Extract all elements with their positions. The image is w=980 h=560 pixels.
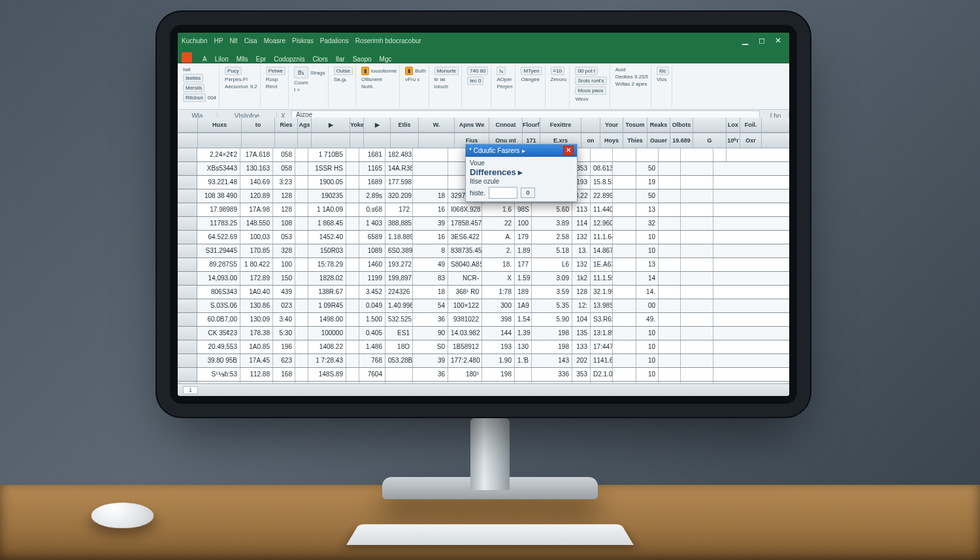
- cell[interactable]: 328: [273, 244, 295, 257]
- cell[interactable]: [659, 327, 681, 340]
- highlight-icon[interactable]: ▮: [361, 67, 369, 75]
- cell[interactable]: 1 403: [359, 217, 385, 230]
- title-tab[interactable]: Kuchubn: [182, 37, 207, 44]
- cell[interactable]: [613, 313, 636, 326]
- cell[interactable]: [613, 286, 636, 299]
- dialog-ok-button[interactable]: 0: [521, 188, 535, 198]
- cell[interactable]: 16: [413, 203, 448, 216]
- cell[interactable]: [659, 231, 681, 244]
- cell[interactable]: 12:: [572, 299, 591, 312]
- cell[interactable]: 5:30: [273, 327, 295, 340]
- cell[interactable]: [613, 244, 636, 257]
- cell[interactable]: 89.287S5: [197, 258, 240, 271]
- cell[interactable]: 17A.45: [240, 354, 273, 367]
- cell[interactable]: 1 710B5: [308, 148, 346, 161]
- cell[interactable]: [413, 162, 448, 175]
- col-header[interactable]: Flourfit: [523, 118, 540, 132]
- table-row[interactable]: 20.49,5531A0.851961408.221.48618O 2234S0…: [178, 340, 789, 354]
- cell[interactable]: 32.1.95: [591, 286, 613, 299]
- cell[interactable]: [613, 148, 636, 161]
- cell[interactable]: 193.272: [385, 258, 413, 271]
- cell[interactable]: [613, 340, 636, 354]
- cell[interactable]: 10: [636, 231, 659, 244]
- col-subheader[interactable]: Hoys: [600, 133, 623, 148]
- ribtab[interactable]: Mlls: [237, 56, 248, 63]
- cell[interactable]: 150R03: [308, 244, 346, 257]
- col-header[interactable]: Etlis: [391, 118, 419, 132]
- cell[interactable]: [613, 327, 636, 340]
- cell[interactable]: 15.8.5S: [591, 176, 613, 189]
- cell[interactable]: 168: [273, 368, 295, 381]
- cell[interactable]: [308, 382, 346, 383]
- cell[interactable]: [346, 203, 359, 216]
- cell[interactable]: 18: [413, 286, 448, 299]
- cell[interactable]: [346, 382, 359, 383]
- cell[interactable]: 00: [636, 299, 659, 312]
- cell[interactable]: [448, 382, 482, 383]
- col-header[interactable]: Olbots: [670, 118, 693, 132]
- cell[interactable]: 1.486: [359, 340, 385, 354]
- col-subheader[interactable]: Oauer: [647, 133, 670, 148]
- col-subheader[interactable]: [350, 133, 364, 148]
- cell[interactable]: [346, 327, 359, 340]
- cell[interactable]: 08.613: [591, 162, 613, 175]
- cell[interactable]: 0.405: [359, 327, 385, 340]
- cell[interactable]: 2.: [482, 244, 515, 257]
- cell[interactable]: 2.89s: [359, 189, 385, 203]
- cell[interactable]: 388,885: [385, 217, 413, 230]
- cell[interactable]: [295, 272, 308, 285]
- cell[interactable]: 100000: [308, 327, 346, 340]
- cell[interactable]: [346, 176, 359, 189]
- cell[interactable]: 14: [636, 272, 659, 285]
- cell[interactable]: 10: [636, 244, 659, 257]
- cell[interactable]: 300: [482, 299, 515, 312]
- cell[interactable]: 1 1A0.09: [308, 203, 346, 216]
- cell[interactable]: [482, 382, 515, 383]
- cell[interactable]: [613, 354, 636, 367]
- cell[interactable]: 1SSR HS: [308, 162, 346, 175]
- cell[interactable]: [659, 313, 681, 326]
- cell[interactable]: [346, 272, 359, 285]
- chevron-right-icon[interactable]: ▸: [522, 147, 525, 154]
- col-subheader[interactable]: [242, 133, 275, 148]
- cell[interactable]: 17858.457: [448, 217, 482, 230]
- cell[interactable]: 54: [413, 299, 448, 312]
- cell[interactable]: 1.40.996: [385, 299, 413, 312]
- cell[interactable]: 90: [413, 327, 448, 340]
- cell[interactable]: [659, 382, 681, 383]
- cell[interactable]: [613, 368, 636, 381]
- cell[interactable]: 113: [572, 203, 591, 216]
- col-header[interactable]: Ags: [298, 118, 312, 132]
- cell[interactable]: 398: [482, 313, 515, 326]
- cell[interactable]: [613, 162, 636, 175]
- cell[interactable]: 1 09R45: [308, 299, 346, 312]
- cell[interactable]: 18: [413, 189, 448, 203]
- cell[interactable]: 36: [413, 368, 448, 381]
- cell[interactable]: [346, 231, 359, 244]
- cell[interactable]: 39: [413, 354, 448, 367]
- col-subheader[interactable]: on: [581, 133, 600, 148]
- cell[interactable]: [659, 189, 681, 203]
- table-row[interactable]: 806S3431A0.40439138R.673.45222432618368¹…: [178, 286, 789, 299]
- cell[interactable]: 22: [482, 217, 515, 230]
- cell[interactable]: [532, 382, 572, 383]
- cell[interactable]: [413, 148, 448, 161]
- cell[interactable]: 6589: [359, 231, 385, 244]
- cell[interactable]: 1165: [359, 162, 385, 175]
- cell[interactable]: 100: [273, 258, 295, 271]
- cell[interactable]: 100,03: [240, 231, 273, 244]
- cell[interactable]: 14,093.00: [197, 272, 240, 285]
- cell[interactable]: [681, 368, 713, 381]
- cell[interactable]: 058: [273, 162, 295, 175]
- cell[interactable]: 353: [572, 368, 591, 381]
- cell[interactable]: 143: [532, 354, 572, 367]
- cell[interactable]: 1.500: [359, 313, 385, 326]
- cell[interactable]: 148.550: [240, 217, 273, 230]
- cell[interactable]: 838735.458: [448, 244, 482, 257]
- cell[interactable]: 18O 2234: [385, 340, 413, 354]
- cell[interactable]: [346, 354, 359, 367]
- cell[interactable]: ES1 588: [385, 327, 413, 340]
- cell[interactable]: [681, 162, 713, 175]
- cell[interactable]: 177:2.480: [448, 354, 482, 367]
- cell[interactable]: 2.24×2¢2: [197, 148, 240, 161]
